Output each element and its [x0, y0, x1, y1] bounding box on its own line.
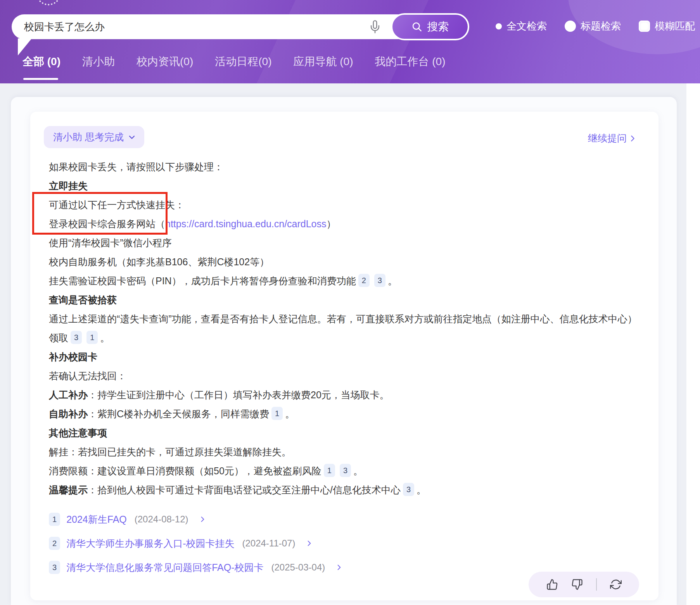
answer-paragraph: 如果校园卡丢失，请按照以下步骤处理：	[49, 157, 640, 176]
reference-date: (2024-08-12)	[135, 514, 188, 525]
citation-badge[interactable]: 3	[403, 483, 414, 496]
tab-events[interactable]: 活动日程(0)	[215, 54, 271, 81]
answer-card: 清小助 思考完成 继续提问 如果校园卡丢失，请按照以下步骤处理：立即挂失可通过以…	[30, 112, 659, 600]
radio-icon[interactable]	[565, 21, 576, 32]
search-mode-label: 标题检索	[581, 19, 621, 33]
search-bar-tail	[18, 38, 32, 55]
answer-paragraph: 登录校园卡综合服务网站（https://card.tsinghua.edu.cn…	[49, 214, 640, 233]
answer-bold-text: 其他注意事项	[49, 427, 107, 438]
thumbs-down-icon	[571, 579, 583, 590]
answer-paragraph: 查询是否被拾获	[49, 290, 640, 309]
answer-paragraph: 校内自助服务机（如李兆基B106、紫荆C楼102等）	[49, 252, 640, 271]
answer-paragraph: 温馨提示：拾到他人校园卡可通过卡背面电话登记或交至注册中心/信息化技术中心3。	[49, 481, 640, 500]
answer-paragraph: 其他注意事项	[49, 424, 640, 443]
chevron-down-icon	[127, 133, 137, 142]
answer-bold-text: 补办校园卡	[49, 351, 97, 362]
answer-bold-text: 人工补办	[49, 389, 88, 400]
search-mode-title[interactable]: 标题检索	[565, 19, 621, 33]
answer-paragraph: 可通过以下任一方式快速挂失：	[49, 195, 640, 214]
search-bar: 搜索	[12, 14, 468, 39]
reference-date: (2024-11-07)	[242, 538, 295, 549]
tab-app-nav[interactable]: 应用导航 (0)	[293, 54, 353, 81]
answer-bold-text: 查询是否被拾获	[49, 294, 117, 305]
search-mode-fuzzy[interactable]: 模糊匹配	[639, 19, 695, 33]
answer-bold-text: 立即挂失	[49, 180, 88, 191]
reference-list: 12024新生FAQ(2024-08-12)2清华大学师生办事服务入口-校园卡挂…	[49, 507, 640, 579]
answer-bold-text: 自助补办	[49, 408, 88, 419]
chevron-right-icon	[335, 564, 343, 571]
feedback-toolbar	[529, 572, 639, 597]
citation-badge[interactable]: 1	[271, 407, 283, 420]
thumbs-down-button[interactable]	[571, 579, 583, 590]
search-icon	[411, 21, 422, 32]
assistant-status-pill[interactable]: 清小助 思考完成	[44, 126, 144, 148]
answer-paragraph: 补办校园卡	[49, 347, 640, 366]
search-mode-fulltext[interactable]: 全文检索	[496, 19, 547, 33]
search-header: 搜索 全文检索标题检索模糊匹配 全部 (0)清小助校内资讯(0)活动日程(0)应…	[0, 0, 700, 83]
answer-paragraph: 解挂：若找回已挂失的卡，可通过原挂失渠道解除挂失。	[49, 443, 640, 462]
reference-item[interactable]: 2清华大学师生办事服务入口-校园卡挂失(2024-11-07)	[49, 531, 640, 555]
thumbs-up-icon	[546, 579, 558, 590]
chevron-right-icon	[305, 539, 313, 547]
continue-ask-label: 继续提问	[588, 132, 627, 145]
citation-badge[interactable]: 1	[86, 331, 98, 344]
search-mode-options: 全文检索标题检索模糊匹配	[496, 19, 695, 33]
page-root: 搜索 全文检索标题检索模糊匹配 全部 (0)清小助校内资讯(0)活动日程(0)应…	[0, 0, 700, 605]
reference-item[interactable]: 12024新生FAQ(2024-08-12)	[49, 507, 640, 531]
assistant-status-label: 清小助 思考完成	[53, 131, 124, 143]
reference-number-badge: 1	[49, 513, 60, 526]
refresh-icon	[610, 579, 622, 590]
answer-paragraph: 通过上述渠道的“遗失卡查询”功能，查看是否有拾卡人登记信息。若有，可直接联系对方…	[49, 309, 640, 347]
search-mode-label: 全文检索	[506, 19, 547, 33]
search-button[interactable]: 搜索	[391, 13, 469, 40]
answer-paragraph: 挂失需验证校园卡密码（PIN），成功后卡片将暂停身份查验和消费功能23。	[49, 271, 640, 290]
answer-paragraph: 立即挂失	[49, 176, 640, 195]
inline-link[interactable]: https://card.tsinghua.edu.cn/cardLoss	[165, 218, 327, 229]
citation-badge[interactable]: 3	[374, 274, 385, 287]
citation-badge[interactable]: 3	[340, 464, 351, 477]
search-button-label: 搜索	[427, 19, 449, 34]
answer-paragraph: 使用“清华校园卡”微信小程序	[49, 233, 640, 252]
chevron-right-icon	[628, 134, 637, 143]
results-panel: 清小助 思考完成 继续提问 如果校园卡丢失，请按照以下步骤处理：立即挂失可通过以…	[11, 97, 677, 605]
answer-paragraph: 若确认无法找回：	[49, 366, 640, 385]
checkbox-icon[interactable]	[639, 21, 650, 32]
reference-date: (2025-03-04)	[271, 562, 325, 573]
continue-ask-link[interactable]: 继续提问	[588, 132, 637, 145]
answer-bold-text: 温馨提示	[49, 484, 88, 495]
tab-workbench[interactable]: 我的工作台 (0)	[375, 54, 445, 81]
search-input[interactable]	[23, 21, 368, 33]
citation-badge[interactable]: 1	[324, 464, 335, 477]
reference-number-badge: 2	[49, 537, 60, 550]
search-mode-label: 模糊匹配	[655, 19, 695, 33]
answer-paragraph: 自助补办：紫荆C楼补办机全天候服务，同样需缴费1。	[49, 404, 640, 424]
citation-badge[interactable]: 2	[358, 274, 370, 287]
reference-number-badge: 3	[49, 561, 60, 574]
tab-qingxiaozhu[interactable]: 清小助	[82, 54, 115, 81]
answer-paragraph: 消费限额：建议设置单日消费限额（如50元），避免被盗刷风险13。	[49, 462, 640, 481]
reference-link[interactable]: 清华大学信息化服务常见问题回答FAQ-校园卡	[66, 561, 263, 574]
result-tabs: 全部 (0)清小助校内资讯(0)活动日程(0)应用导航 (0)我的工作台 (0)	[22, 54, 445, 81]
university-logo	[36, 0, 61, 5]
reference-link[interactable]: 清华大学师生办事服务入口-校园卡挂失	[66, 537, 234, 550]
reference-link[interactable]: 2024新生FAQ	[66, 513, 127, 526]
microphone-icon[interactable]	[368, 20, 382, 33]
regenerate-button[interactable]	[610, 579, 622, 590]
feedback-divider	[596, 578, 597, 591]
scrollbar-gutter[interactable]	[686, 83, 700, 605]
chevron-right-icon	[199, 515, 206, 523]
thumbs-up-button[interactable]	[546, 579, 558, 590]
answer-body: 如果校园卡丢失，请按照以下步骤处理：立即挂失可通过以下任一方式快速挂失：登录校园…	[49, 157, 640, 500]
citation-badge[interactable]: 3	[71, 331, 82, 344]
radio-icon[interactable]	[496, 23, 502, 29]
answer-paragraph: 人工补办：持学生证到注册中心（工作日）填写补办表并缴费20元，当场取卡。	[49, 385, 640, 404]
tab-campus-news[interactable]: 校内资讯(0)	[137, 54, 193, 81]
results-area: 清小助 思考完成 继续提问 如果校园卡丢失，请按照以下步骤处理：立即挂失可通过以…	[0, 83, 700, 605]
tab-all[interactable]: 全部 (0)	[22, 54, 60, 81]
